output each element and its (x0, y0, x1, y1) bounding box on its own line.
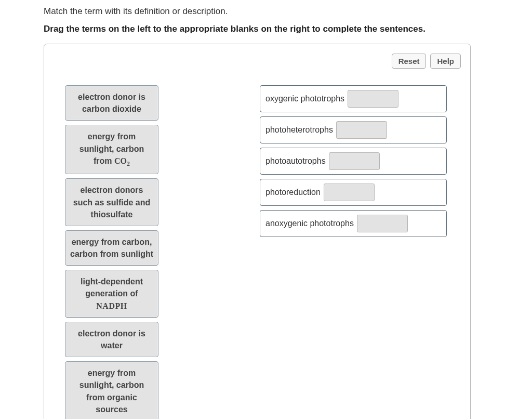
term-label: electron donor is water (78, 329, 145, 350)
term-chem: CO2 (114, 156, 130, 165)
term-electron-donors-sulfide[interactable]: electron donors such as sulfide and thio… (65, 178, 158, 226)
term-energy-carbon-sunlight[interactable]: energy from carbon, carbon from sunlight (65, 230, 158, 266)
target-photoautotrophs[interactable]: photoautotrophs (260, 148, 447, 175)
target-label: photoreduction (265, 188, 321, 197)
toolbar: Reset Help (54, 54, 461, 69)
instructions-text: Drag the terms on the left to the approp… (44, 24, 532, 34)
reset-button[interactable]: Reset (392, 54, 427, 69)
terms-column: electron donor is carbon dioxide energy … (65, 85, 182, 419)
target-oxygenic-phototrophs[interactable]: oxygenic phototrophs (260, 85, 447, 112)
targets-column: oxygenic phototrophs photoheterotrophs p… (260, 85, 447, 237)
drop-slot[interactable] (324, 184, 375, 201)
target-label: oxygenic phototrophs (265, 94, 344, 103)
target-label: photoautotrophs (265, 156, 326, 166)
target-photoreduction[interactable]: photoreduction (260, 179, 447, 206)
term-label: electron donors such as sulfide and thio… (73, 186, 150, 218)
term-electron-donor-water[interactable]: electron donor is water (65, 322, 158, 357)
term-label: energy from carbon, carbon from sunlight (70, 238, 153, 258)
drop-slot[interactable] (329, 152, 380, 170)
intro-text: Match the term with its definition or de… (44, 6, 532, 17)
term-energy-sunlight-organic[interactable]: energy from sunlight, carbon from organi… (65, 361, 158, 419)
term-electron-donor-co2[interactable]: electron donor is carbon dioxide (65, 85, 158, 121)
drop-slot[interactable] (357, 215, 408, 232)
target-label: photoheterotrophs (265, 125, 333, 135)
target-anoxygenic-phototrophs[interactable]: anoxygenic phototrophs (260, 210, 447, 237)
term-energy-sunlight-carbon-co2[interactable]: energy from sunlight, carbon from CO2 (65, 125, 158, 174)
activity-panel: Reset Help electron donor is carbon diox… (44, 44, 471, 419)
term-label: energy from sunlight, carbon from (79, 132, 144, 165)
term-light-dependent-nadph[interactable]: light-dependent generation of NADPH (65, 270, 158, 318)
drop-slot[interactable] (348, 90, 398, 108)
drop-slot[interactable] (336, 121, 387, 139)
term-label: energy from sunlight, carbon from organi… (79, 369, 144, 414)
target-label: anoxygenic phototrophs (265, 219, 354, 228)
target-photoheterotrophs[interactable]: photoheterotrophs (260, 116, 447, 143)
help-button[interactable]: Help (430, 54, 461, 69)
term-label: light-dependent generation of (81, 277, 143, 298)
term-nadph: NADPH (96, 302, 127, 310)
term-label: electron donor is carbon dioxide (78, 93, 145, 113)
